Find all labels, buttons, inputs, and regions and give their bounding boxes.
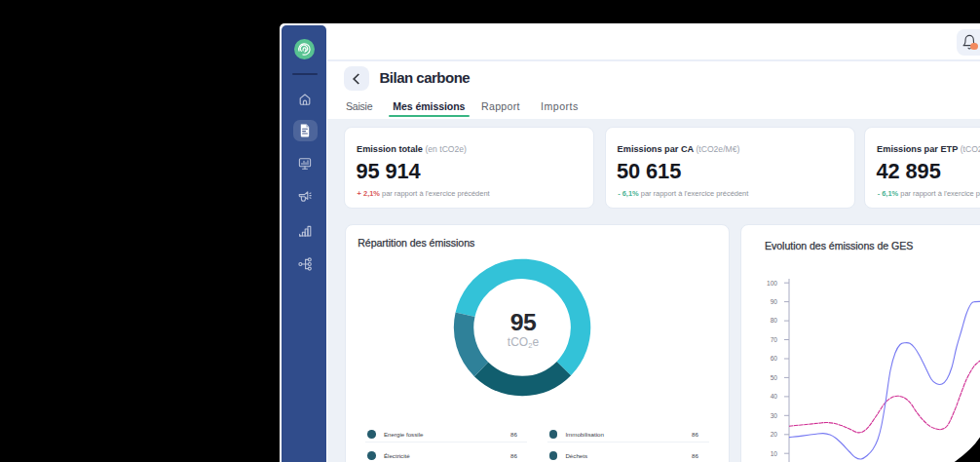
svg-text:30: 30	[771, 412, 778, 419]
svg-text:60: 60	[771, 355, 778, 362]
svg-text:90: 90	[771, 298, 778, 305]
svg-text:70: 70	[771, 336, 778, 343]
svg-text:10: 10	[771, 450, 778, 457]
svg-text:50: 50	[771, 374, 778, 381]
svg-text:40: 40	[771, 393, 778, 400]
svg-text:100: 100	[767, 280, 777, 287]
svg-text:20: 20	[771, 431, 778, 438]
svg-text:80: 80	[771, 317, 778, 324]
